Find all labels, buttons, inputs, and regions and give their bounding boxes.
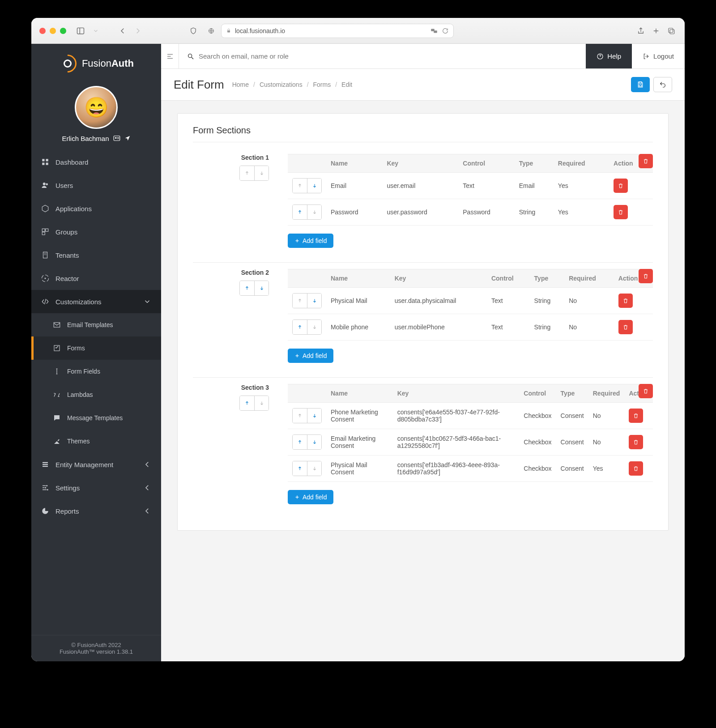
field-name: Physical Mail Consent bbox=[326, 456, 393, 482]
search-input[interactable] bbox=[199, 52, 578, 60]
collapse-sidebar-button[interactable] bbox=[161, 44, 179, 68]
move-down-button[interactable] bbox=[307, 320, 321, 334]
chevron-left-icon bbox=[143, 460, 151, 468]
nav-themes[interactable]: Themes bbox=[31, 430, 161, 453]
user-name-row[interactable]: Erlich Bachman bbox=[62, 134, 130, 142]
logout-button[interactable]: Logout bbox=[632, 52, 685, 60]
delete-field-button[interactable] bbox=[614, 205, 628, 219]
sidebar-toggle-icon[interactable] bbox=[75, 26, 86, 36]
share-icon[interactable] bbox=[635, 26, 646, 36]
add-field-button[interactable]: Add field bbox=[288, 234, 333, 248]
svg-point-34 bbox=[47, 489, 48, 490]
field-required: No bbox=[588, 429, 625, 456]
nav-groups[interactable]: Groups bbox=[31, 220, 161, 243]
search-icon bbox=[187, 53, 194, 60]
field-key: user.email bbox=[382, 173, 458, 199]
nav-settings[interactable]: Settings bbox=[31, 476, 161, 499]
move-up-button[interactable] bbox=[293, 320, 307, 334]
nav-forms[interactable]: Forms bbox=[31, 336, 161, 360]
delete-field-button[interactable] bbox=[614, 179, 628, 193]
chevron-left-icon bbox=[143, 484, 151, 492]
shield-icon[interactable] bbox=[188, 26, 199, 36]
window-zoom[interactable] bbox=[60, 28, 66, 34]
move-down-button[interactable] bbox=[307, 294, 321, 308]
delete-field-button[interactable] bbox=[629, 409, 643, 423]
chevron-down-icon[interactable] bbox=[90, 26, 101, 36]
back-button[interactable] bbox=[653, 77, 672, 92]
nav-dashboard[interactable]: Dashboard bbox=[31, 150, 161, 174]
move-up-button[interactable] bbox=[293, 435, 307, 449]
url-bar[interactable]: local.fusionauth.io bbox=[221, 24, 454, 38]
tabs-icon[interactable] bbox=[666, 26, 677, 36]
field-key: user.data.physicalmail bbox=[390, 288, 487, 314]
nav-reports[interactable]: Reports bbox=[31, 499, 161, 523]
field-required: No bbox=[564, 314, 614, 341]
delete-section-button[interactable] bbox=[639, 384, 653, 398]
nav-tenants[interactable]: Tenants bbox=[31, 243, 161, 267]
move-up-button[interactable] bbox=[293, 294, 307, 308]
table-row: Physical Mail user.data.physicalmail Tex… bbox=[288, 288, 653, 314]
back-icon[interactable] bbox=[117, 26, 128, 36]
move-up-button[interactable] bbox=[293, 461, 307, 476]
nav-lambdas[interactable]: Lambdas bbox=[31, 383, 161, 406]
field-required: No bbox=[564, 288, 614, 314]
move-down-button[interactable] bbox=[307, 409, 321, 423]
field-required: Yes bbox=[554, 199, 609, 226]
move-up-button[interactable] bbox=[293, 205, 307, 219]
move-up-button[interactable] bbox=[240, 281, 254, 295]
delete-field-button[interactable] bbox=[618, 294, 633, 308]
window-close[interactable] bbox=[39, 28, 46, 34]
add-field-button[interactable]: Add field bbox=[288, 490, 333, 504]
id-card-icon bbox=[113, 134, 121, 142]
move-down-button[interactable] bbox=[307, 205, 321, 219]
field-key: consents['41bc0627-5df3-466a-bac1-a12925… bbox=[393, 429, 520, 456]
delete-section-button[interactable] bbox=[639, 154, 653, 168]
move-down-button[interactable] bbox=[307, 435, 321, 449]
save-button[interactable] bbox=[631, 77, 650, 92]
delete-field-button[interactable] bbox=[629, 435, 643, 449]
nav-users[interactable]: Users bbox=[31, 174, 161, 197]
table-row: Email Marketing Consent consents['41bc06… bbox=[288, 429, 653, 456]
forward-icon[interactable] bbox=[132, 26, 143, 36]
nav-applications[interactable]: Applications bbox=[31, 197, 161, 220]
nav-email-templates[interactable]: Email Templates bbox=[31, 313, 161, 336]
nav-reactor[interactable]: Reactor bbox=[31, 267, 161, 290]
help-button[interactable]: Help bbox=[586, 44, 632, 68]
nav-customizations[interactable]: Customizations bbox=[31, 290, 161, 313]
trash-icon bbox=[643, 273, 649, 279]
plus-icon bbox=[294, 353, 300, 358]
url-host: local.fusionauth.io bbox=[235, 27, 285, 34]
section-title: Section 2 bbox=[193, 269, 269, 276]
svg-point-26 bbox=[45, 278, 46, 279]
window-minimize[interactable] bbox=[50, 28, 56, 34]
nav-message-templates[interactable]: Message Templates bbox=[31, 406, 161, 430]
avatar[interactable]: 😄 bbox=[75, 86, 118, 129]
delete-section-button[interactable] bbox=[639, 269, 653, 283]
move-up-button[interactable] bbox=[240, 396, 254, 410]
move-up-button[interactable] bbox=[240, 166, 254, 180]
add-field-button[interactable]: Add field bbox=[288, 349, 333, 363]
fields-table: Name Key Control Type Required Action Ph… bbox=[288, 384, 653, 482]
move-up-button[interactable] bbox=[293, 409, 307, 423]
field-name: Password bbox=[326, 199, 382, 226]
move-down-button[interactable] bbox=[254, 166, 268, 180]
move-down-button[interactable] bbox=[307, 461, 321, 476]
chevron-left-icon bbox=[143, 507, 151, 515]
svg-rect-15 bbox=[46, 163, 48, 165]
move-down-button[interactable] bbox=[254, 281, 268, 295]
move-down-button[interactable] bbox=[307, 179, 321, 193]
breadcrumb: Home/ Customizations/ Forms/ Edit bbox=[232, 81, 353, 88]
table-row: Mobile phone user.mobilePhone Text Strin… bbox=[288, 314, 653, 341]
nav-form-fields[interactable]: Form Fields bbox=[31, 360, 161, 383]
form-sections-card: Form Sections Section 1 Name Key Control… bbox=[177, 113, 669, 531]
svg-line-36 bbox=[192, 57, 193, 59]
form-section: Section 2 Name Key Control Type Required… bbox=[193, 262, 653, 377]
trash-icon bbox=[633, 465, 639, 472]
move-up-button[interactable] bbox=[293, 179, 307, 193]
nav-entity-management[interactable]: Entity Management bbox=[31, 453, 161, 476]
new-tab-icon[interactable] bbox=[651, 26, 661, 36]
delete-field-button[interactable] bbox=[629, 461, 643, 476]
delete-field-button[interactable] bbox=[618, 320, 633, 334]
move-down-button[interactable] bbox=[254, 396, 268, 410]
plus-icon bbox=[294, 238, 300, 243]
